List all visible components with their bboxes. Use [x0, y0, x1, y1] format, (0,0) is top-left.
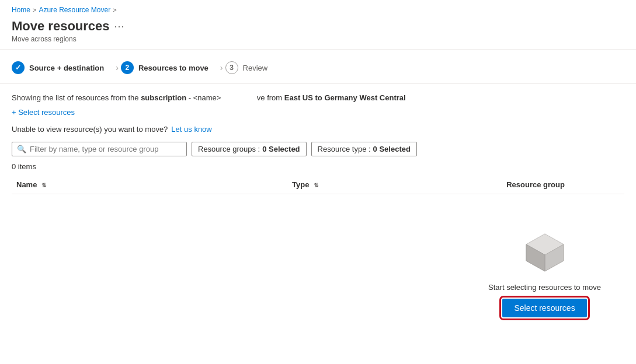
search-icon: 🔍: [17, 145, 26, 153]
resource-type-filter[interactable]: Resource type : 0 Selected: [311, 142, 417, 156]
more-options-icon[interactable]: ···: [114, 20, 125, 33]
cube-icon: [522, 229, 568, 276]
filter-input-container: 🔍: [12, 142, 187, 156]
step3-circle: 3: [225, 61, 238, 74]
step2-circle: 2: [121, 61, 134, 74]
step1-label: Source + destination: [29, 64, 104, 72]
info-prefix2: ve from: [257, 93, 282, 102]
main-content: Showing the list of resources from the s…: [0, 84, 636, 338]
unable-row: Unable to view resource(s) you want to m…: [12, 125, 624, 134]
empty-state-content: Start selecting resources to move Select…: [488, 229, 601, 317]
resource-type-value: 0 Selected: [373, 145, 411, 153]
breadcrumb-azure[interactable]: Azure Resource Mover: [39, 6, 110, 14]
resource-groups-filter[interactable]: Resource groups : 0 Selected: [192, 142, 307, 156]
step3-label: Review: [243, 64, 268, 72]
resources-table: Name ⇅ Type ⇅ Resource group: [12, 176, 624, 194]
resource-type-label: Resource type :: [318, 145, 371, 153]
resource-groups-label: Resource groups :: [198, 145, 260, 153]
page-title: Move resources: [12, 19, 110, 34]
info-dash: - <name>: [189, 93, 221, 102]
select-resources-button[interactable]: Select resources: [502, 299, 586, 317]
items-count: 0 items: [12, 162, 624, 171]
step-sep-2: ›: [220, 63, 223, 72]
page-subtitle: Move across regions: [12, 35, 624, 43]
breadcrumb-sep1: >: [33, 6, 36, 13]
step1-circle: ✓: [12, 61, 25, 74]
info-bold2: East US to Germany West Central: [284, 93, 406, 102]
page-header: Move resources ··· Move across regions: [0, 16, 636, 50]
step-sep-1: ›: [116, 63, 119, 72]
unable-text: Unable to view resource(s) you want to m…: [12, 125, 168, 134]
info-text: Showing the list of resources from the s…: [12, 93, 624, 102]
step2-label: Resources to move: [138, 64, 208, 72]
select-resources-link[interactable]: + Select resources: [12, 108, 75, 117]
col-header-rg: Resource group: [502, 176, 624, 194]
empty-state-text: Start selecting resources to move: [488, 283, 601, 292]
type-sort-icon[interactable]: ⇅: [314, 182, 318, 188]
let-us-know-link[interactable]: Let us know: [171, 125, 211, 134]
wizard-step-3[interactable]: 3 Review: [225, 59, 277, 76]
col-header-type: Type ⇅: [287, 176, 502, 194]
filter-input[interactable]: [30, 145, 182, 153]
col-header-name: Name ⇅: [12, 176, 287, 194]
breadcrumb-sep2: >: [113, 6, 116, 13]
filter-row: 🔍 Resource groups : 0 Selected Resource …: [12, 142, 624, 156]
info-bold1: subscription: [141, 93, 186, 102]
breadcrumb: Home > Azure Resource Mover >: [0, 0, 636, 16]
empty-state: Start selecting resources to move Select…: [12, 194, 624, 329]
wizard-step-2[interactable]: 2 Resources to move: [121, 59, 218, 76]
breadcrumb-home[interactable]: Home: [12, 6, 30, 14]
resource-groups-value: 0 Selected: [262, 145, 300, 153]
wizard-step-1[interactable]: ✓ Source + destination: [12, 59, 113, 76]
wizard-steps: ✓ Source + destination › 2 Resources to …: [0, 50, 636, 84]
name-sort-icon[interactable]: ⇅: [41, 182, 46, 188]
info-prefix: Showing the list of resources from the: [12, 93, 139, 102]
